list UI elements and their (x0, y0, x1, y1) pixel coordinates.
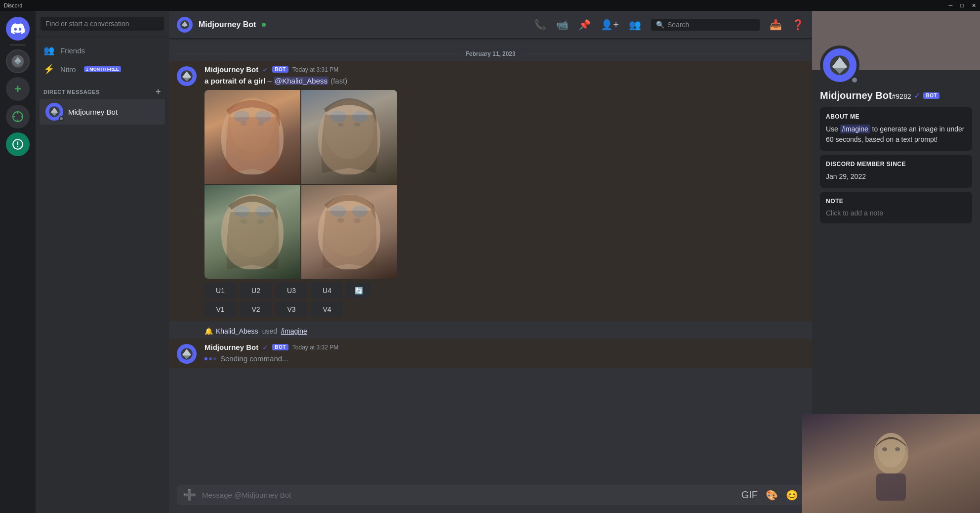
icon-sidebar: + (0, 11, 36, 513)
dm-sidebar: 👥 Friends ⚡ Nitro 1 MONTH FREE DIRECT ME… (36, 11, 169, 513)
add-server-button[interactable]: + (6, 77, 30, 101)
v1-button[interactable]: V1 (204, 301, 236, 317)
midjourney-username: Midjourney Bot (68, 108, 118, 116)
profile-username: Midjourney Bot#9282 (820, 90, 911, 101)
about-me-section: ABOUT ME Use /imagine to generate an ima… (820, 107, 972, 151)
u4-button[interactable]: U4 (311, 283, 343, 299)
msg-header-1: Midjourney Bot ✓ BOT Today at 3:31 PM (204, 65, 804, 74)
search-icon: 🔍 (656, 21, 664, 29)
explore-button[interactable] (6, 105, 30, 128)
maximize-button[interactable]: □ (960, 2, 964, 9)
dm-search-area[interactable] (36, 11, 169, 37)
search-placeholder: Search (667, 21, 689, 29)
channel-name: Midjourney Bot (199, 20, 256, 29)
minimize-button[interactable]: ─ (949, 2, 953, 9)
mention-khalid[interactable]: @Khalid_Abess (274, 77, 328, 85)
profile-tag: #9282 (892, 92, 911, 100)
note-section: NOTE (820, 192, 972, 223)
nitro-label: Nitro (60, 65, 76, 74)
member-since-title: DISCORD MEMBER SINCE (826, 161, 966, 168)
system-command[interactable]: /imagine (281, 327, 307, 335)
message-group-2: Midjourney Bot ✓ BOT Today at 3:32 PM Se… (169, 339, 812, 368)
msg-content-1: Midjourney Bot ✓ BOT Today at 3:31 PM a … (204, 65, 804, 317)
bot-badge-1: BOT (272, 66, 288, 73)
v3-button[interactable]: V3 (276, 301, 307, 317)
call-icon[interactable]: 📞 (534, 19, 546, 31)
u2-button[interactable]: U2 (240, 283, 272, 299)
channel-header: Midjourney Bot 📞 📹 📌 👤+ 👥 🔍 Search 📥 ❓ (169, 11, 812, 39)
portrait-image-2[interactable] (301, 90, 397, 184)
note-input[interactable] (826, 209, 966, 217)
help-icon[interactable]: ❓ (792, 19, 804, 31)
conversation-search-input[interactable] (41, 17, 164, 31)
header-search-bar[interactable]: 🔍 Search (651, 19, 760, 31)
friends-label: Friends (60, 46, 85, 55)
profile-name-row: Midjourney Bot#9282 ✓ BOT (820, 90, 972, 101)
nitro-icon: ⚡ (43, 64, 54, 75)
pin-icon[interactable]: 📌 (578, 19, 591, 31)
friends-item[interactable]: 👥 Friends (36, 41, 169, 60)
u1-button[interactable]: U1 (204, 283, 236, 299)
nitro-item[interactable]: ⚡ Nitro 1 MONTH FREE (36, 60, 169, 79)
system-action: used (262, 327, 277, 335)
video-icon[interactable]: 📹 (556, 19, 569, 31)
profile-banner (812, 11, 980, 70)
bot-avatar-msg1 (177, 66, 197, 86)
portrait-image-1[interactable] (204, 90, 300, 184)
direct-messages-header: DIRECT MESSAGES + (36, 79, 169, 99)
nitro-free-badge: 1 MONTH FREE (84, 66, 121, 72)
sidebar-divider (10, 44, 26, 45)
message-input-field[interactable] (202, 485, 735, 505)
midjourney-status-dot (59, 116, 64, 121)
svg-rect-24 (876, 473, 906, 501)
system-message: 🔔 Khalid_Abess used /imagine (169, 325, 812, 337)
sticker-icon[interactable]: 🎨 (766, 489, 778, 501)
direct-messages-label: DIRECT MESSAGES (43, 89, 100, 95)
dot-2 (209, 357, 212, 360)
members-icon[interactable]: 👥 (629, 19, 641, 31)
profile-info: Midjourney Bot#9282 ✓ BOT ABOUT ME Use /… (812, 70, 980, 235)
header-icons: 📞 📹 📌 👤+ 👥 🔍 Search 📥 ❓ (534, 19, 804, 31)
portrait-text: a portrait of a girl (204, 77, 265, 85)
msg-header-2: Midjourney Bot ✓ BOT Today at 3:32 PM (204, 343, 804, 351)
midjourney-avatar-wrap (45, 103, 63, 121)
refresh-button[interactable]: 🔄 (347, 283, 371, 299)
action-buttons-row2: V1 V2 V3 V4 (204, 301, 804, 317)
sending-text: Sending command... (220, 353, 288, 364)
system-icon: 🔔 (204, 327, 213, 335)
portrait-image-3[interactable] (204, 185, 300, 279)
profile-bot-badge: BOT (923, 92, 939, 99)
u3-button[interactable]: U3 (276, 283, 307, 299)
gif-icon[interactable]: GIF (741, 489, 758, 501)
add-member-icon[interactable]: 👤+ (601, 19, 619, 31)
portrait-image-grid (204, 90, 397, 279)
member-since-section: DISCORD MEMBER SINCE Jan 29, 2022 (820, 155, 972, 188)
video-person (802, 414, 980, 513)
message-input-area: ➕ GIF 🎨 😊 (169, 485, 812, 513)
add-dm-icon[interactable]: + (156, 86, 161, 97)
emoji-icon[interactable]: 😊 (786, 489, 798, 501)
verified-icon-2: ✓ (262, 343, 268, 351)
server-icon-1[interactable] (6, 49, 30, 73)
v2-button[interactable]: V2 (240, 301, 272, 317)
message-group-1: Midjourney Bot ✓ BOT Today at 3:31 PM a … (169, 61, 812, 321)
dot-3 (213, 357, 216, 360)
msg-username-2: Midjourney Bot (204, 343, 258, 351)
close-button[interactable]: ✕ (972, 2, 976, 9)
dm-user-midjourney[interactable]: Midjourney Bot (40, 99, 165, 125)
v4-button[interactable]: V4 (311, 301, 343, 317)
attach-icon[interactable]: ➕ (183, 489, 196, 502)
msg-text-2: Sending command... (204, 353, 804, 364)
server-icon-chatgpt[interactable] (6, 132, 30, 156)
portrait-image-4[interactable] (301, 185, 397, 279)
friends-icon: 👥 (43, 45, 54, 56)
discord-home-button[interactable] (6, 17, 30, 41)
messages-area[interactable]: February 11, 2023 Midjourney Bot ✓ BOT (169, 39, 812, 485)
inbox-icon[interactable]: 📥 (770, 19, 782, 31)
input-icons: GIF 🎨 😊 (741, 489, 798, 501)
title-bar: Discord ─ □ ✕ (0, 0, 980, 11)
app-title: Discord (4, 2, 22, 8)
about-me-title: ABOUT ME (826, 113, 966, 120)
video-thumbnail (802, 414, 980, 513)
imagine-cmd[interactable]: /imagine (840, 125, 870, 133)
